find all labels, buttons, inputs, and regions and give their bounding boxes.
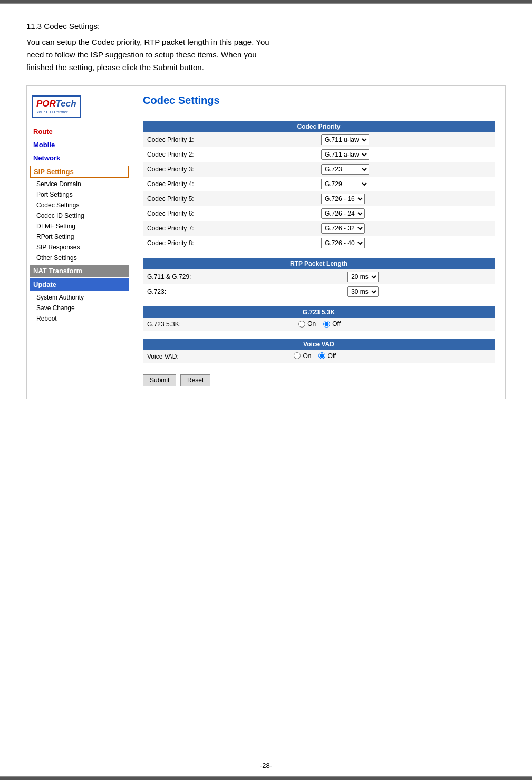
table-row: Codec Priority 5: G.726 - 16G.726 - 24G.… [143, 191, 495, 206]
sidebar-item-nat-transform[interactable]: NAT Transform [30, 265, 129, 277]
codec-p7-select[interactable]: G.726 - 32G.726 - 16G.726 - 24G.726 - 40 [321, 223, 365, 234]
main-content: Codec Settings Codec Priority Codec Prio… [132, 86, 505, 399]
rtp-g723-label: G.723: [143, 284, 343, 299]
table-row: Codec Priority 3: G.723G.711 u-lawG.711 … [143, 162, 495, 177]
table-row: Codec Priority 4: G.729G.711 u-lawG.711 … [143, 177, 495, 191]
table-row: Codec Priority 6: G.726 - 24G.726 - 16G.… [143, 206, 495, 221]
logo-area: PORTech Your CTI Partner [27, 91, 132, 125]
codec-p4-select[interactable]: G.729G.711 u-lawG.711 a-lawG.723 [321, 179, 369, 189]
page-content: 11.3 Codec Settings: You can setup the C… [0, 4, 532, 431]
logo-port: POR [36, 99, 56, 109]
table-row: G.723 5.3K: On Off [143, 318, 495, 331]
table-row: Voice VAD: On Off [143, 350, 495, 363]
submit-button[interactable]: Submit [143, 374, 176, 386]
codec-p3-select[interactable]: G.723G.711 u-lawG.711 a-lawG.729 [321, 164, 369, 175]
sidebar-item-sip-responses[interactable]: SIP Responses [27, 242, 132, 253]
codec-p2-select[interactable]: G.711 a-lawG.711 u-lawG.723G.729 [321, 149, 369, 160]
sidebar-item-other-settings[interactable]: Other Settings [27, 253, 132, 263]
sidebar-item-port-settings[interactable]: Port Settings [27, 189, 132, 200]
g723-off-label: Off [332, 320, 341, 328]
section-title: 11.3 Codec Settings: [26, 20, 506, 33]
g723-table: G.723 5.3K G.723 5.3K: On Off [143, 306, 495, 331]
vad-header-row: Voice VAD [143, 339, 495, 350]
page-number: -28- [260, 762, 272, 769]
page-description: You can setup the Codec priority, RTP pa… [26, 36, 506, 74]
g723-on-radio[interactable] [298, 321, 305, 328]
table-row: Codec Priority 8: G.726 - 40G.726 - 16G.… [143, 236, 495, 251]
content-divider [143, 113, 495, 113]
rtp-g711-select[interactable]: 20 ms30 ms10 ms [347, 272, 379, 282]
sidebar-item-system-authority[interactable]: System Authority [27, 292, 132, 303]
g723-on-label: On [307, 320, 316, 328]
codec-p7-label: Codec Priority 7: [143, 221, 317, 236]
codec-priority-header: Codec Priority [143, 121, 495, 132]
sidebar-item-save-change[interactable]: Save Change [27, 303, 132, 313]
codec-p5-label: Codec Priority 5: [143, 191, 317, 206]
table-row: Codec Priority 7: G.726 - 32G.726 - 16G.… [143, 221, 495, 236]
codec-p8-select[interactable]: G.726 - 40G.726 - 16G.726 - 24G.726 - 32 [321, 238, 365, 248]
codec-p1-select[interactable]: G.711 u-lawG.711 a-lawG.723G.729 [321, 134, 369, 145]
vad-on-label: On [303, 352, 311, 360]
sidebar: PORTech Your CTI Partner Route Mobile Ne… [27, 86, 132, 399]
g723-header: G.723 5.3K [143, 306, 495, 318]
sidebar-item-sip-settings[interactable]: SIP Settings [30, 166, 129, 178]
rtp-header: RTP Packet Length [143, 258, 495, 269]
sidebar-item-route[interactable]: Route [27, 125, 132, 138]
sidebar-item-service-domain[interactable]: Service Domain [27, 179, 132, 189]
logo-box: PORTech Your CTI Partner [32, 95, 81, 118]
vad-off-radio[interactable] [318, 352, 325, 359]
content-title: Codec Settings [143, 94, 495, 107]
g723-header-row: G.723 5.3K [143, 306, 495, 318]
g723-row-label: G.723 5.3K: [143, 318, 294, 331]
g723-radio-group: On Off [298, 320, 346, 328]
logo-tech: Tech [56, 99, 76, 109]
codec-p1-label: Codec Priority 1: [143, 132, 317, 147]
bottom-bar [0, 776, 532, 780]
table-row: G.711 & G.729: 20 ms30 ms10 ms [143, 269, 495, 284]
vad-radio-group: On Off [294, 352, 341, 360]
codec-p6-select[interactable]: G.726 - 24G.726 - 16G.726 - 32G.726 - 40 [321, 208, 365, 219]
codec-p4-label: Codec Priority 4: [143, 177, 317, 191]
table-row: G.723: 30 ms20 ms10 ms [143, 284, 495, 299]
rtp-g723-select[interactable]: 30 ms20 ms10 ms [347, 286, 379, 297]
logo-tagline: Your CTI Partner [36, 110, 76, 114]
vad-on-radio[interactable] [294, 352, 301, 359]
vad-row-label: Voice VAD: [143, 350, 289, 363]
codec-p3-label: Codec Priority 3: [143, 162, 317, 177]
codec-priority-header-row: Codec Priority [143, 121, 495, 132]
g723-off-radio[interactable] [323, 321, 330, 328]
rtp-g711-label: G.711 & G.729: [143, 269, 343, 284]
codec-p8-label: Codec Priority 8: [143, 236, 317, 251]
sidebar-item-codec-id-setting[interactable]: Codec ID Setting [27, 210, 132, 221]
codec-p6-label: Codec Priority 6: [143, 206, 317, 221]
top-bar [0, 0, 532, 4]
codec-priority-table: Codec Priority Codec Priority 1: G.711 u… [143, 121, 495, 251]
sidebar-item-rport-setting[interactable]: RPort Setting [27, 232, 132, 242]
rtp-table: RTP Packet Length G.711 & G.729: 20 ms30… [143, 258, 495, 299]
sidebar-item-reboot[interactable]: Reboot [27, 313, 132, 324]
codec-p2-label: Codec Priority 2: [143, 147, 317, 162]
vad-off-label: Off [327, 352, 336, 360]
sidebar-item-dtmf-setting[interactable]: DTMF Setting [27, 221, 132, 232]
sidebar-item-network[interactable]: Network [27, 151, 132, 165]
reset-button[interactable]: Reset [180, 374, 210, 386]
codec-p5-select[interactable]: G.726 - 16G.726 - 24G.726 - 32G.726 - 40 [321, 194, 365, 204]
table-row: Codec Priority 1: G.711 u-lawG.711 a-law… [143, 132, 495, 147]
main-frame: PORTech Your CTI Partner Route Mobile Ne… [26, 85, 506, 399]
submit-area: Submit Reset [143, 370, 495, 390]
sidebar-item-mobile[interactable]: Mobile [27, 138, 132, 151]
rtp-header-row: RTP Packet Length [143, 258, 495, 269]
vad-header: Voice VAD [143, 339, 495, 350]
sidebar-item-update[interactable]: Update [30, 278, 129, 291]
vad-table: Voice VAD Voice VAD: On Off [143, 339, 495, 363]
table-row: Codec Priority 2: G.711 a-lawG.711 u-law… [143, 147, 495, 162]
sidebar-item-codec-settings[interactable]: Codec Settings [27, 200, 132, 210]
